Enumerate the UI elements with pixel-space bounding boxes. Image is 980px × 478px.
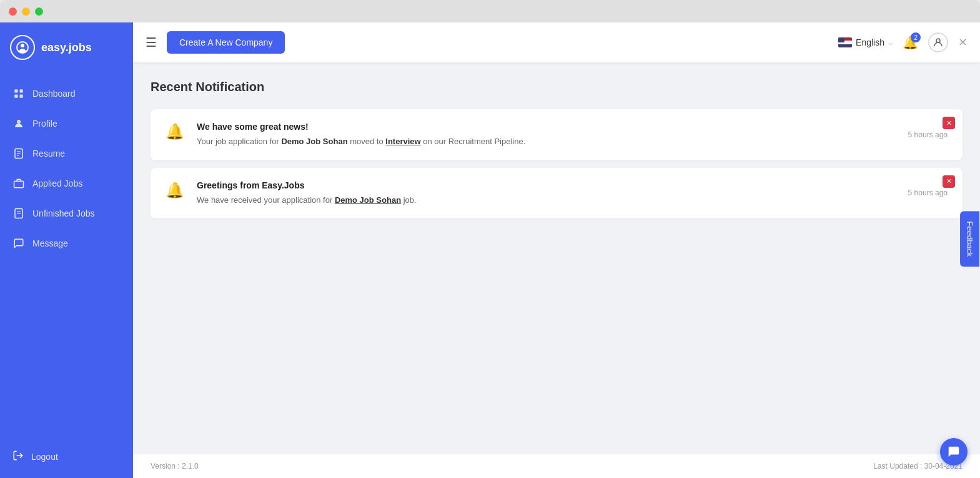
profile-icon [12, 117, 25, 130]
notif-delete-btn-2[interactable]: ✕ [943, 175, 955, 188]
create-company-button[interactable]: Create A New Company [167, 31, 285, 54]
sidebar-item-label-profile: Profile [32, 119, 57, 129]
resume-icon [12, 147, 25, 160]
svg-rect-2 [14, 89, 17, 92]
topbar-right: English ⌵ 🔔 2 ✕ [838, 32, 968, 52]
logo-text: easy.jobs [41, 41, 92, 54]
sidebar-item-dashboard[interactable]: Dashboard [0, 79, 133, 109]
svg-rect-3 [20, 89, 23, 92]
feedback-label: Feedback [965, 221, 974, 256]
menu-icon[interactable]: ☰ [146, 35, 157, 50]
sidebar-item-applied-jobs[interactable]: Applied Jobs [0, 168, 133, 198]
window-minimize-btn[interactable] [22, 7, 30, 16]
sidebar-item-message[interactable]: Message [0, 228, 133, 258]
notif-time-1: 5 hours ago [908, 130, 948, 139]
notif-time-2: 5 hours ago [908, 188, 948, 197]
sidebar-item-label-unfinished-jobs: Unfinished Jobs [32, 208, 95, 218]
notif-bell-icon-1: 🔔 [166, 123, 184, 140]
svg-rect-4 [14, 95, 17, 98]
page-content: Recent Notification 🔔 We have some great… [133, 62, 980, 454]
sidebar-item-resume[interactable]: Resume [0, 139, 133, 168]
sidebar-item-label-dashboard: Dashboard [32, 89, 76, 99]
notif-body-2: Greetings from Easy.Jobs We have receive… [197, 180, 896, 207]
sidebar-item-label-applied-jobs: Applied Jobs [32, 178, 82, 188]
chat-button[interactable] [940, 438, 968, 466]
user-avatar[interactable] [928, 32, 948, 52]
svg-rect-11 [14, 181, 24, 188]
version-text: Version : 2.1.0 [151, 462, 199, 471]
sidebar-item-unfinished-jobs[interactable]: Unfinished Jobs [0, 198, 133, 228]
logout-icon [12, 450, 24, 463]
topbar-close-icon[interactable]: ✕ [958, 36, 968, 49]
nav-items: Dashboard Profile Resume A [0, 72, 133, 441]
svg-point-1 [21, 44, 24, 47]
language-selector[interactable]: English ⌵ [838, 37, 893, 47]
lang-chevron-icon: ⌵ [888, 38, 893, 47]
logo-area: easy.jobs [0, 22, 133, 72]
flag-icon [838, 37, 852, 47]
notification-bell[interactable]: 🔔 2 [903, 35, 918, 50]
sidebar: easy.jobs Dashboard Profile [0, 22, 133, 478]
window-close-btn[interactable] [9, 7, 17, 16]
svg-rect-5 [20, 95, 23, 98]
notification-badge: 2 [911, 32, 921, 42]
logout-label: Logout [31, 452, 58, 462]
topbar: ☰ Create A New Company English ⌵ 🔔 2 [133, 22, 980, 62]
page-title: Recent Notification [151, 80, 963, 94]
feedback-tab[interactable]: Feedback [960, 211, 979, 266]
main-content: ☰ Create A New Company English ⌵ 🔔 2 [133, 22, 980, 478]
notification-card-1: 🔔 We have some great news! Your job appl… [151, 109, 963, 160]
svg-point-6 [17, 120, 21, 124]
dashboard-icon [12, 87, 25, 100]
notif-delete-btn-1[interactable]: ✕ [943, 117, 955, 129]
notif-text-1: Your job application for Demo Job Sohan … [197, 135, 896, 148]
notif-text-2: We have received your application for De… [197, 194, 896, 207]
sidebar-item-profile[interactable]: Profile [0, 109, 133, 139]
unfinished-jobs-icon [12, 207, 25, 220]
message-icon [12, 237, 25, 250]
sidebar-item-label-resume: Resume [32, 149, 65, 159]
sidebar-item-label-message: Message [32, 238, 68, 248]
notif-bell-icon-2: 🔔 [166, 182, 184, 199]
svg-point-16 [936, 39, 940, 42]
notif-title-2: Greetings from Easy.Jobs [197, 180, 896, 190]
logo-icon [10, 35, 35, 60]
applied-jobs-icon [12, 177, 25, 190]
logout-item[interactable]: Logout [0, 441, 133, 472]
window-maximize-btn[interactable] [35, 7, 43, 16]
language-label: English [856, 37, 884, 47]
page-footer: Version : 2.1.0 Last Updated : 30-04-202… [133, 454, 980, 478]
notif-title-1: We have some great news! [197, 122, 896, 132]
notification-card-2: 🔔 Greetings from Easy.Jobs We have recei… [151, 168, 963, 219]
notif-body-1: We have some great news! Your job applic… [197, 122, 896, 148]
